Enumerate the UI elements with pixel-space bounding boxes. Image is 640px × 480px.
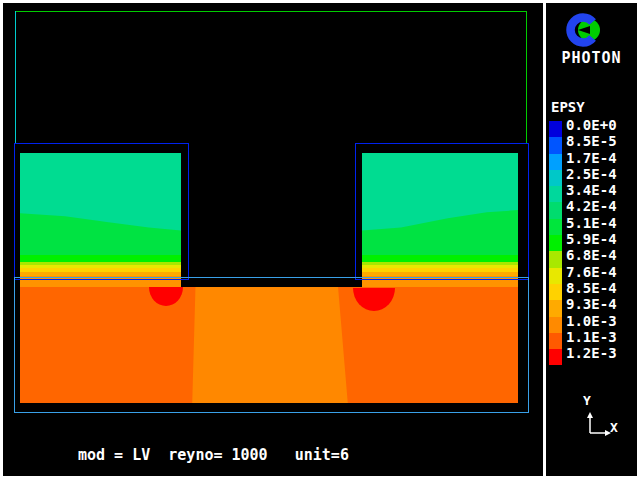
legend-label: 0.0E+0 <box>566 117 617 133</box>
legend-swatch <box>549 121 562 137</box>
photon-app-window: mod = LV reyno= 1000 unit=6 PHOTON EPSY … <box>0 0 640 480</box>
legend-swatch <box>549 251 562 267</box>
right-block-outline <box>355 143 529 280</box>
legend-swatch <box>549 186 562 202</box>
legend-swatch <box>549 268 562 284</box>
legend-swatch <box>549 349 562 365</box>
axis-y-label: Y <box>583 393 591 408</box>
legend-label: 5.9E-4 <box>566 231 617 247</box>
legend: 0.0E+08.5E-51.7E-42.5E-43.4E-44.2E-45.1E… <box>549 121 617 365</box>
legend-swatches <box>549 121 562 365</box>
center-obstacle <box>187 143 355 287</box>
photon-logo-icon <box>566 11 604 49</box>
sidebar: PHOTON EPSY 0.0E+08.5E-51.7E-42.5E-43.4E… <box>546 3 637 476</box>
legend-label: 8.5E-5 <box>566 133 617 149</box>
legend-label: 1.0E-3 <box>566 313 617 329</box>
legend-label: 1.2E-3 <box>566 345 617 361</box>
base-block-outline <box>14 277 529 413</box>
legend-swatch <box>549 202 562 218</box>
status-readout: mod = LV reyno= 1000 unit=6 <box>78 446 349 464</box>
legend-swatch <box>549 333 562 349</box>
legend-label: 9.3E-4 <box>566 296 617 312</box>
legend-label: 6.8E-4 <box>566 247 617 263</box>
legend-label: 1.1E-3 <box>566 329 617 345</box>
left-block-outline <box>14 143 189 280</box>
domain-right-line <box>526 11 527 144</box>
legend-swatch <box>549 137 562 153</box>
legend-swatch <box>549 154 562 170</box>
legend-label: 3.4E-4 <box>566 182 617 198</box>
legend-label: 4.2E-4 <box>566 198 617 214</box>
legend-label: 7.6E-4 <box>566 264 617 280</box>
axis-x-label: X <box>610 420 618 435</box>
legend-label: 8.5E-4 <box>566 280 617 296</box>
app-title: PHOTON <box>546 49 637 67</box>
legend-swatch <box>549 300 562 316</box>
legend-swatch <box>549 284 562 300</box>
contour-canvas[interactable]: mod = LV reyno= 1000 unit=6 <box>3 3 543 476</box>
legend-title: EPSY <box>551 99 585 115</box>
domain-top-line <box>15 11 527 12</box>
legend-swatch <box>549 170 562 186</box>
legend-label: 2.5E-4 <box>566 166 617 182</box>
legend-swatch <box>549 219 562 235</box>
legend-label: 1.7E-4 <box>566 150 617 166</box>
legend-swatch <box>549 317 562 333</box>
domain-left-line <box>15 11 16 144</box>
legend-labels: 0.0E+08.5E-51.7E-42.5E-43.4E-44.2E-45.1E… <box>566 117 617 365</box>
legend-label: 5.1E-4 <box>566 215 617 231</box>
legend-swatch <box>549 235 562 251</box>
